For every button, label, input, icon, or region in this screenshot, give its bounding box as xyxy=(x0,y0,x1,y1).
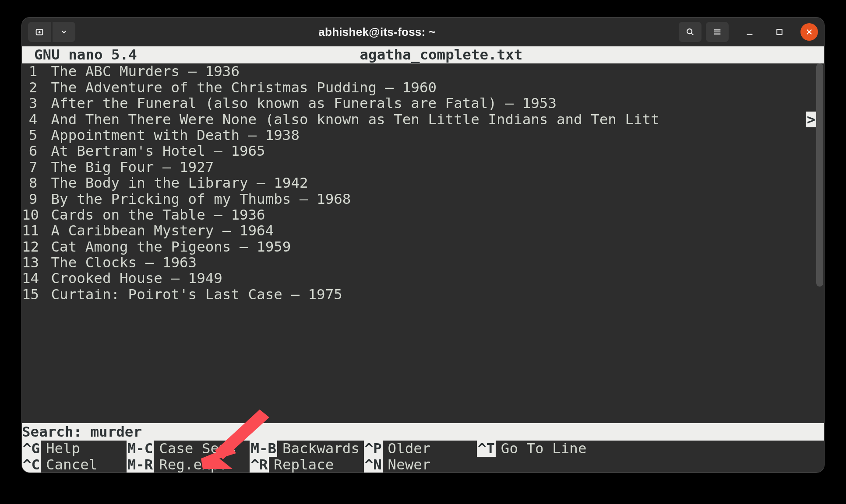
shortcut-label: Older xyxy=(383,441,431,456)
shortcut-key: ^R xyxy=(250,457,268,472)
shortcut-key: ^C xyxy=(22,457,41,472)
line-text: Crooked House – 1949 xyxy=(42,270,816,286)
shortcut-item[interactable]: ^CCancel xyxy=(22,457,127,472)
shortcut-key: ^T xyxy=(477,441,496,456)
line-number: 3 xyxy=(22,95,42,111)
shortcut-row-1: ^GHelpM-CCase SensM-BBackwards^POlder^TG… xyxy=(22,441,824,456)
editor-line[interactable]: 14 Crooked House – 1949 xyxy=(22,270,816,286)
shortcut-label: Case Sens xyxy=(154,441,236,456)
editor-line[interactable]: 7 The Big Four – 1927 xyxy=(22,159,816,175)
shortcut-label: Cancel xyxy=(41,457,97,472)
search-label: Search: xyxy=(22,424,91,440)
titlebar-left-controls xyxy=(28,22,75,42)
shortcut-item[interactable]: ^POlder xyxy=(364,441,477,456)
line-number: 2 xyxy=(22,80,42,95)
line-number: 6 xyxy=(22,143,42,159)
shortcut-key: ^G xyxy=(22,441,41,456)
shortcut-label: Backwards xyxy=(277,441,360,456)
scrollbar-thumb[interactable] xyxy=(816,63,823,286)
shortcut-row-2: ^CCancelM-RReg.exp.^RReplace^NNewer xyxy=(22,457,824,472)
window-title: abhishek@its-foss: ~ xyxy=(75,25,679,39)
svg-line-4 xyxy=(691,33,694,35)
minimize-button[interactable] xyxy=(741,23,758,41)
line-number: 1 xyxy=(22,63,42,79)
line-number: 10 xyxy=(22,207,42,223)
line-text: Cat Among the Pigeons – 1959 xyxy=(42,239,816,255)
line-number: 11 xyxy=(22,223,42,238)
line-number: 15 xyxy=(22,287,42,302)
new-tab-dropdown[interactable] xyxy=(53,22,75,42)
shortcut-label: Newer xyxy=(383,457,431,472)
line-truncate-marker: > xyxy=(806,112,816,127)
line-text: The ABC Murders – 1936 xyxy=(42,63,816,79)
search-button[interactable] xyxy=(679,22,701,42)
shortcut-label: Go To Line xyxy=(496,441,586,456)
editor-line[interactable]: 1 The ABC Murders – 1936 xyxy=(22,63,816,79)
line-text: At Bertram's Hotel – 1965 xyxy=(42,143,816,159)
maximize-button[interactable] xyxy=(771,23,788,41)
nano-filename: agatha_complete.txt xyxy=(137,47,824,63)
line-number: 4 xyxy=(22,112,42,127)
editor-line[interactable]: 9 By the Pricking of my Thumbs – 1968 xyxy=(22,191,816,207)
editor-line[interactable]: 11 A Caribbean Mystery – 1964 xyxy=(22,223,816,238)
terminal-body[interactable]: GNU nano 5.4 agatha_complete.txt 1 The A… xyxy=(22,46,824,472)
line-number: 14 xyxy=(22,270,42,286)
nano-search-bar[interactable]: Search: murder xyxy=(22,423,824,441)
editor-line[interactable]: 5 Appointment with Death – 1938 xyxy=(22,127,816,143)
line-number: 5 xyxy=(22,127,42,143)
line-number: 13 xyxy=(22,255,42,270)
editor-line[interactable]: 10 Cards on the Table – 1936 xyxy=(22,207,816,223)
line-number: 7 xyxy=(22,159,42,175)
shortcut-item[interactable]: M-BBackwards xyxy=(250,441,363,456)
shortcut-label: Help xyxy=(41,441,80,456)
line-number: 12 xyxy=(22,239,42,255)
line-number: 8 xyxy=(22,175,42,191)
editor-line[interactable]: 4 And Then There Were None (also known a… xyxy=(22,112,816,127)
editor-line[interactable]: 6 At Bertram's Hotel – 1965 xyxy=(22,143,816,159)
shortcut-item[interactable]: ^GHelp xyxy=(22,441,127,456)
editor-line[interactable]: 2 The Adventure of the Christmas Pudding… xyxy=(22,80,816,95)
shortcut-label: Reg.exp. xyxy=(154,457,227,472)
editor-line[interactable]: 15 Curtain: Poirot's Last Case – 1975 xyxy=(22,287,816,302)
editor-line[interactable]: 12 Cat Among the Pigeons – 1959 xyxy=(22,239,816,255)
nano-shortcut-strip: ^GHelpM-CCase SensM-BBackwards^POlder^TG… xyxy=(22,441,824,472)
editor-content[interactable]: 1 The ABC Murders – 19362 The Adventure … xyxy=(22,63,824,423)
shortcut-label: Replace xyxy=(269,457,334,472)
line-text: Cards on the Table – 1936 xyxy=(42,207,816,223)
line-text: Curtain: Poirot's Last Case – 1975 xyxy=(42,287,816,302)
shortcut-key: ^N xyxy=(364,457,383,472)
shortcut-item[interactable]: M-CCase Sens xyxy=(127,441,250,456)
editor-line[interactable]: 3 After the Funeral (also known as Funer… xyxy=(22,95,816,111)
shortcut-key: ^P xyxy=(364,441,383,456)
new-tab-button[interactable] xyxy=(28,22,51,42)
shortcut-item[interactable]: M-RReg.exp. xyxy=(127,457,250,472)
line-text: By the Pricking of my Thumbs – 1968 xyxy=(42,191,816,207)
line-text: The Body in the Library – 1942 xyxy=(42,175,816,191)
shortcut-key: M-R xyxy=(127,457,154,472)
line-text: And Then There Were None (also known as … xyxy=(42,112,806,127)
editor-line[interactable]: 13 The Clocks – 1963 xyxy=(22,255,816,270)
nano-title-bar: GNU nano 5.4 agatha_complete.txt xyxy=(22,46,824,63)
line-text: Appointment with Death – 1938 xyxy=(42,127,816,143)
shortcut-item[interactable]: ^TGo To Line xyxy=(477,441,597,456)
shortcut-key: M-B xyxy=(250,441,277,456)
shortcut-item[interactable]: ^RReplace xyxy=(250,457,363,472)
close-button[interactable] xyxy=(800,23,818,41)
line-text: The Big Four – 1927 xyxy=(42,159,816,175)
shortcut-item[interactable]: ^NNewer xyxy=(364,457,477,472)
terminal-window: abhishek@its-foss: ~ xyxy=(22,18,824,472)
line-number: 9 xyxy=(22,191,42,207)
search-input-value[interactable]: murder xyxy=(91,424,142,440)
editor-line[interactable]: 8 The Body in the Library – 1942 xyxy=(22,175,816,191)
nano-version: GNU nano 5.4 xyxy=(22,47,137,63)
line-text: The Clocks – 1963 xyxy=(42,255,816,270)
svg-rect-9 xyxy=(777,29,782,35)
line-text: A Caribbean Mystery – 1964 xyxy=(42,223,816,238)
svg-point-3 xyxy=(687,29,692,34)
window-titlebar: abhishek@its-foss: ~ xyxy=(22,18,824,46)
titlebar-right-controls xyxy=(679,22,818,42)
line-text: After the Funeral (also known as Funeral… xyxy=(42,95,816,111)
shortcut-key: M-C xyxy=(127,441,154,456)
hamburger-menu-button[interactable] xyxy=(706,22,729,42)
line-text: The Adventure of the Christmas Pudding –… xyxy=(42,80,816,95)
